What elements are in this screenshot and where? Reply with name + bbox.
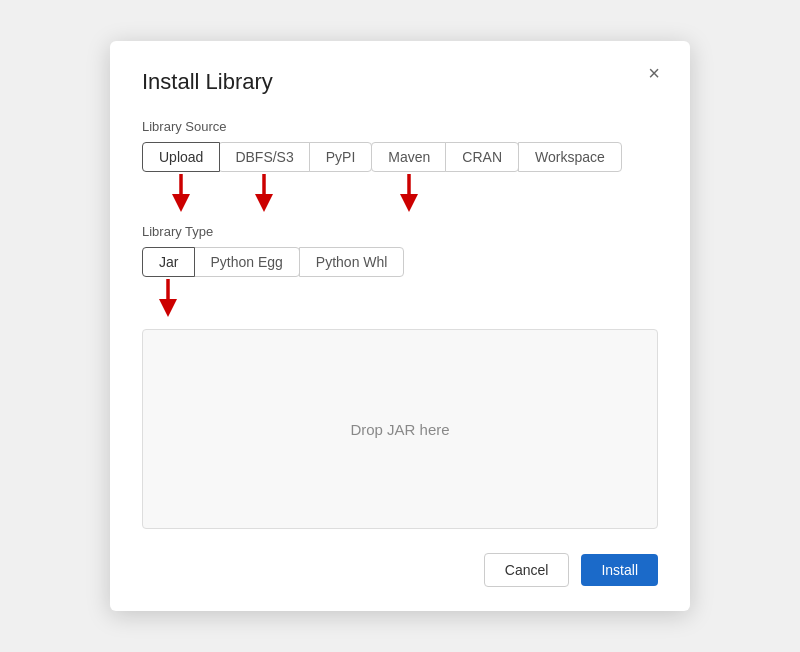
install-library-dialog: Install Library × Library Source Upload … <box>110 41 690 611</box>
arrow-jar <box>153 279 183 319</box>
library-source-label: Library Source <box>142 119 658 134</box>
library-type-label: Library Type <box>142 224 658 239</box>
tab-cran[interactable]: CRAN <box>445 142 519 172</box>
svg-marker-1 <box>172 194 190 212</box>
library-type-tab-group: Jar Python Egg Python Whl <box>142 247 658 277</box>
svg-marker-5 <box>400 194 418 212</box>
svg-marker-7 <box>159 299 177 317</box>
close-button[interactable]: × <box>642 61 666 85</box>
tab-pypi[interactable]: PyPI <box>309 142 373 172</box>
arrow-upload <box>166 174 196 214</box>
svg-marker-3 <box>255 194 273 212</box>
tab-dbfs-s3[interactable]: DBFS/S3 <box>218 142 310 172</box>
tab-python-egg[interactable]: Python Egg <box>193 247 299 277</box>
arrow-maven <box>394 174 424 214</box>
drop-zone[interactable]: Drop JAR here <box>142 329 658 529</box>
arrow-dbfs-s3 <box>249 174 279 214</box>
dialog-title: Install Library <box>142 69 658 95</box>
tab-upload[interactable]: Upload <box>142 142 220 172</box>
tab-maven[interactable]: Maven <box>371 142 447 172</box>
drop-zone-text: Drop JAR here <box>350 421 449 438</box>
install-button[interactable]: Install <box>581 554 658 586</box>
tab-jar[interactable]: Jar <box>142 247 195 277</box>
tab-python-whl[interactable]: Python Whl <box>299 247 405 277</box>
library-source-tab-group: Upload DBFS/S3 <box>142 142 658 172</box>
dialog-footer: Cancel Install <box>142 553 658 587</box>
tab-workspace[interactable]: Workspace <box>518 142 622 172</box>
cancel-button[interactable]: Cancel <box>484 553 570 587</box>
